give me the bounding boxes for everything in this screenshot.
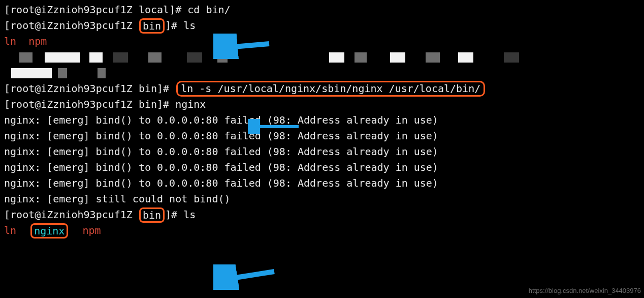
redacted-row [4,65,640,81]
highlight-box: bin [139,18,165,34]
ls-output: ln [4,223,16,239]
terminal-line: ln npm [4,34,640,49]
arrow-icon [213,264,279,290]
error-line: nginx: [emerg] bind() to 0.0.0.0:80 fail… [4,144,640,160]
prompt-path: local [139,2,169,18]
error-line: nginx: [emerg] bind() to 0.0.0.0:80 fail… [4,128,640,144]
terminal-line: [root@iZznioh93pcuf1Z bin]# ls [4,18,640,34]
command-text: cd bin/ [187,2,230,18]
prompt-at: @ [35,2,41,18]
error-line: nginx: [emerg] bind() to 0.0.0.0:80 fail… [4,175,640,191]
prompt-user: root [10,2,35,18]
command-text: ln -s /usr/local/nginx/sbin/nginx /usr/l… [181,82,480,95]
terminal-line: [root@iZznioh93pcuf1Z local]# cd bin/ [4,2,640,18]
command-text: ls [183,207,196,223]
terminal-line: [root@iZznioh93pcuf1Z bin]# nginx [4,97,640,112]
highlight-box: nginx [30,223,68,239]
prompt-hash: # [175,2,181,18]
highlight-box: ln -s /usr/local/nginx/sbin/nginx /usr/l… [176,81,485,97]
command-text: nginx [175,97,206,112]
ls-output: ln [4,34,16,49]
terminal-line: [root@iZznioh93pcuf1Z bin]# ls [4,207,640,223]
highlight-box: bin [139,207,165,223]
svg-line-5 [222,272,274,280]
redacted-row [4,49,640,65]
ls-output: npm [28,34,47,49]
error-line: nginx: [emerg] bind() to 0.0.0.0:80 fail… [4,112,640,128]
command-text: ls [183,18,196,34]
prompt-host: iZznioh93pcuf1Z [41,2,133,18]
terminal-line: ln nginx npm [4,223,640,239]
error-line: nginx: [emerg] bind() to 0.0.0.0:80 fail… [4,160,640,175]
ls-output: nginx [34,225,65,237]
ls-output: npm [83,223,101,239]
prompt-close: ] [169,2,175,18]
watermark-text: https://blog.csdn.net/weixin_34403976 [529,286,641,296]
error-line: nginx: [emerg] still could not bind() [4,191,640,207]
prompt-open: [ [4,2,10,18]
prompt-path: bin [143,20,161,32]
terminal-line: [root@iZznioh93pcuf1Z bin]# ln -s /usr/l… [4,81,640,97]
